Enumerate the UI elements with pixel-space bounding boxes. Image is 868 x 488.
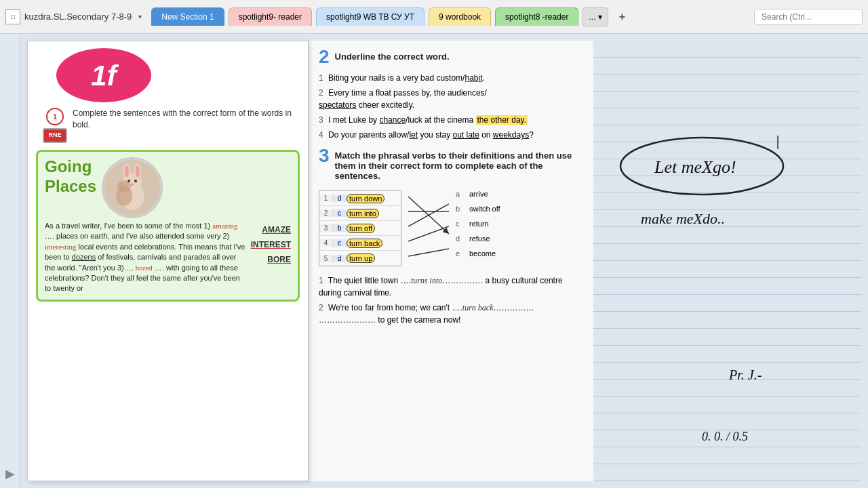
svg-text:make meXdo..: make meXdo.. <box>641 210 725 227</box>
answer-1: amazing <box>212 222 237 230</box>
interest-word: INTEREST <box>251 239 291 251</box>
match-left-table: 1 d turn down 2 c turn into 3 b turn off <box>319 190 401 266</box>
left-nav: ▶ <box>0 34 20 488</box>
exercise-2-number: 2 <box>319 47 330 66</box>
word-bank: AMAZE INTEREST BORE <box>251 224 291 266</box>
annotations-svg: Let meXgo! make meXdo.. Pr. J.- 0. 0. / … <box>593 41 861 481</box>
svg-point-6 <box>136 165 140 178</box>
exercise-3-sentences: 1 The quiet little town ….turns into…………… <box>319 274 584 326</box>
table-row: 2 c turn into <box>319 206 401 221</box>
tab-new-section[interactable]: New Section 1 <box>151 7 224 26</box>
table-row: a arrive <box>456 186 500 201</box>
svg-text:Pr. J.-: Pr. J.- <box>728 367 762 382</box>
exercise-1: 1 RNE Complete the sentences with the co… <box>43 108 300 143</box>
exercise-3-title: Match the phrasal verbs to their definit… <box>335 146 584 181</box>
matching-arrows-svg <box>408 189 449 264</box>
svg-line-15 <box>408 226 449 241</box>
search-input[interactable] <box>754 9 863 25</box>
table-row: 3 b turn off <box>319 221 401 236</box>
exercise-1-instruction: Complete the sentences with the correct … <box>73 108 300 131</box>
exercise-3-number: 3 <box>319 146 330 165</box>
svg-text:0. 0. / 0.5: 0. 0. / 0.5 <box>702 430 748 443</box>
app-icon: □ <box>5 9 20 24</box>
list-item: 2 Every time a float passes by, the audi… <box>319 87 584 111</box>
table-row: e become <box>456 246 500 261</box>
rne-badge: RNE <box>43 128 67 143</box>
svg-point-9 <box>131 184 134 186</box>
list-item: 1 Biting your nails is a very bad custom… <box>319 72 584 84</box>
tab-spotlight9-reader[interactable]: spotlight9- reader <box>229 7 312 26</box>
exercises-panel: 2 Underline the correct word. 1 Biting y… <box>309 41 593 481</box>
page: 1f 1 RNE Complete the sentences with the… <box>27 41 309 481</box>
tab-spotlight9-wb[interactable]: spotlight9 WB TB СУ УТ <box>316 7 425 26</box>
exercise-2-list: 1 Biting your nails is a very bad custom… <box>319 72 584 141</box>
svg-point-5 <box>125 165 129 178</box>
svg-point-11 <box>117 180 131 192</box>
section-label: 1f <box>91 54 116 97</box>
answer-3: bored <box>136 264 153 272</box>
list-item: 3 I met Luke by chance/luck at the cinem… <box>319 114 584 126</box>
table-row: 5 d turn up <box>319 251 401 266</box>
dropdown-arrow-icon[interactable]: ▾ <box>138 13 142 20</box>
section-1f-header: 1f <box>36 48 300 102</box>
table-row: d refuse <box>456 231 500 246</box>
table-row: b switch off <box>456 201 500 216</box>
page-content: 1f 1 RNE Complete the sentences with the… <box>28 41 308 481</box>
going-places-text: As a travel writer, I've been to some of… <box>45 221 247 294</box>
nav-arrow-icon[interactable]: ▶ <box>5 466 15 481</box>
list-item: 2 We're too far from home; we can't ….tu… <box>319 302 584 326</box>
add-tab-button[interactable]: + <box>612 8 632 26</box>
list-item: 4 Do your parents allow/let you stay out… <box>319 129 584 141</box>
table-row: 4 c turn back <box>319 236 401 251</box>
going-places-box: Going Places <box>36 150 300 302</box>
app-title: kuzdra.SL.Secondary 7-8-9 <box>24 12 132 22</box>
svg-line-16 <box>408 249 449 256</box>
table-row: 1 d turn down <box>319 191 401 206</box>
tab-more-button[interactable]: ... ▾ <box>583 7 608 26</box>
annotation-area: Let meXgo! make meXdo.. Pr. J.- 0. 0. / … <box>593 41 861 481</box>
doc-area: 1f 1 RNE Complete the sentences with the… <box>20 34 868 488</box>
answer-2: interesting <box>45 243 76 251</box>
amaze-word: AMAZE <box>262 224 291 236</box>
match-right-defs: a arrive b switch off c return d refuse <box>456 186 500 261</box>
topbar: □ kuzdra.SL.Secondary 7-8-9 ▾ New Sectio… <box>0 0 868 34</box>
main-area: ▶ 1f 1 RNE Complete the sentences w <box>0 34 868 488</box>
svg-line-14 <box>408 204 449 226</box>
tab-9-wordbook[interactable]: 9 wordbook <box>429 7 491 26</box>
exercise-2-header: 2 Underline the correct word. <box>319 47 584 66</box>
tab-spotlight8-reader[interactable]: spotlight8 -reader <box>495 7 578 26</box>
bore-word: BORE <box>267 253 291 266</box>
svg-text:Let meXgo!: Let meXgo! <box>654 157 736 177</box>
going-places-title: Going Places <box>45 157 96 197</box>
exercise-1-number: 1 <box>46 108 64 125</box>
svg-point-8 <box>134 180 137 182</box>
exercise-3-header: 3 Match the phrasal verbs to their defin… <box>319 146 584 181</box>
bunny-image <box>102 157 163 218</box>
exercise-2-title: Underline the correct word. <box>335 47 450 62</box>
matching-area: 1 d turn down 2 c turn into 3 b turn off <box>319 186 584 270</box>
table-row: c return <box>456 216 500 231</box>
list-item: 1 The quiet little town ….turns into…………… <box>319 274 584 299</box>
section-oval: 1f <box>56 48 151 102</box>
